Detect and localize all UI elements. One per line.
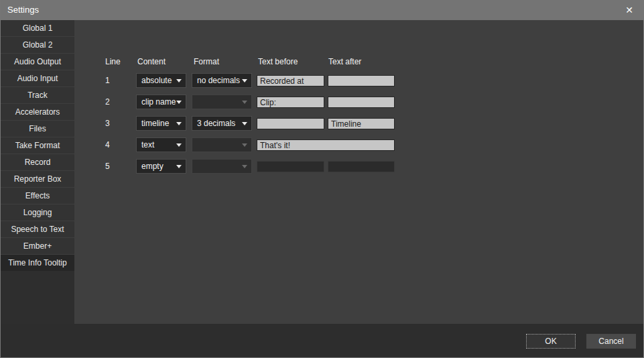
sidebar-item-global-2[interactable]: Global 2 (1, 37, 74, 54)
window-title: Settings (7, 0, 39, 20)
sidebar-item-take-format[interactable]: Take Format (1, 137, 74, 154)
text-after-input[interactable] (328, 75, 395, 86)
sidebar-item-ember[interactable]: Ember+ (1, 238, 74, 255)
format-dropdown (192, 159, 252, 174)
format-dropdown (192, 95, 252, 109)
chevron-down-icon (242, 143, 247, 147)
line-number: 2 (105, 95, 110, 109)
content-dropdown[interactable]: clip name (136, 95, 186, 109)
sidebar-item-audio-input[interactable]: Audio Input (1, 70, 74, 87)
sidebar-item-record[interactable]: Record (1, 154, 74, 171)
table-row: 3 timeline 3 decimals (74, 116, 643, 131)
format-dropdown[interactable]: no decimals (192, 73, 252, 88)
line-number: 3 (105, 116, 110, 131)
format-dropdown-value: 3 decimals (197, 119, 235, 128)
chevron-down-icon (242, 101, 247, 104)
text-after-input[interactable] (328, 97, 395, 108)
sidebar-item-reporter-box[interactable]: Reporter Box (1, 171, 74, 188)
column-header-text-before: Text before (258, 57, 298, 66)
content-dropdown-value: absolute (141, 76, 172, 85)
table-row: 1 absolute no decimals (74, 73, 643, 88)
column-header-format: Format (194, 57, 219, 66)
content-dropdown[interactable]: absolute (136, 73, 186, 88)
text-before-input (257, 161, 324, 172)
sidebar-item-track[interactable]: Track (1, 87, 74, 104)
settings-dialog: Settings ✕ Global 1 Global 2 Audio Outpu… (0, 0, 644, 358)
chevron-down-icon (176, 122, 182, 125)
line-number: 5 (105, 159, 110, 174)
time-info-tooltip-panel: Line Content Format Text before Text aft… (74, 20, 643, 324)
close-icon: ✕ (625, 5, 633, 15)
sidebar-item-effects[interactable]: Effects (1, 188, 74, 204)
ok-button[interactable]: OK (526, 334, 576, 349)
chevron-down-icon (176, 165, 182, 168)
format-dropdown[interactable]: 3 decimals (192, 116, 252, 131)
close-button[interactable]: ✕ (618, 0, 641, 20)
chevron-down-icon (176, 101, 182, 104)
titlebar: Settings ✕ (1, 0, 643, 20)
format-dropdown (192, 137, 252, 152)
sidebar-item-files[interactable]: Files (1, 121, 74, 137)
sidebar-item-audio-output[interactable]: Audio Output (1, 54, 74, 70)
chevron-down-icon (176, 143, 182, 147)
text-after-input (328, 161, 395, 172)
line-number: 4 (105, 137, 110, 152)
table-row: 5 empty (74, 159, 643, 174)
text-after-input[interactable] (328, 118, 395, 129)
text-before-input[interactable] (257, 75, 324, 86)
content-dropdown-value: text (141, 140, 154, 150)
column-header-line: Line (105, 57, 121, 66)
chevron-down-icon (176, 79, 182, 82)
text-combined-input[interactable] (257, 139, 395, 151)
text-before-input[interactable] (257, 97, 324, 108)
sidebar-item-time-info-tooltip[interactable]: Time Info Tooltip (1, 255, 74, 272)
content-dropdown[interactable]: timeline (136, 116, 186, 131)
sidebar-item-accelerators[interactable]: Accelerators (1, 104, 74, 121)
content-dropdown-value: timeline (141, 119, 169, 128)
chevron-down-icon (242, 122, 247, 125)
chevron-down-icon (242, 165, 247, 168)
content-dropdown-value: clip name (141, 97, 176, 107)
format-dropdown-value: no decimals (197, 76, 240, 85)
content-dropdown[interactable]: empty (136, 159, 186, 174)
text-before-input[interactable] (257, 118, 324, 129)
content-dropdown[interactable]: text (136, 137, 186, 152)
sidebar-item-logging[interactable]: Logging (1, 204, 74, 221)
sidebar: Global 1 Global 2 Audio Output Audio Inp… (1, 20, 74, 324)
dialog-footer: OK Cancel (1, 324, 643, 357)
content-dropdown-value: empty (141, 162, 164, 171)
sidebar-item-global-1[interactable]: Global 1 (1, 20, 74, 37)
column-header-text-after: Text after (328, 57, 361, 66)
sidebar-item-speech-to-text[interactable]: Speech to Text (1, 221, 74, 238)
table-row: 2 clip name (74, 95, 643, 109)
chevron-down-icon (242, 79, 247, 82)
table-row: 4 text (74, 137, 643, 152)
cancel-button[interactable]: Cancel (586, 334, 636, 349)
line-number: 1 (105, 73, 110, 88)
